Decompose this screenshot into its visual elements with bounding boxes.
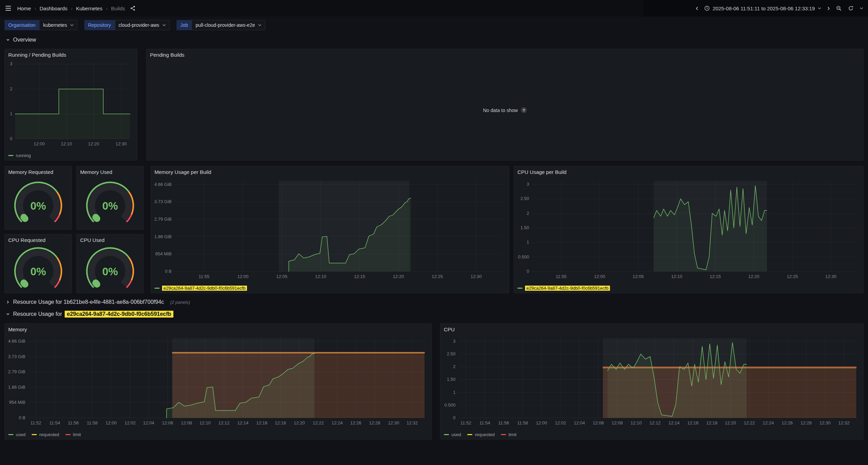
panel-memory: Memory 0 B954 MiB1.86 GiB2.79 GiB3.73 Gi… (4, 323, 432, 440)
chevron-right-icon: › (827, 4, 830, 12)
legend-series-color (517, 288, 523, 289)
refresh-button[interactable] (848, 5, 854, 11)
variable-value-dropdown[interactable]: pull-cloud-provider-aws-e2e (192, 20, 265, 30)
panel-title[interactable]: Memory Usage per Build (151, 166, 509, 177)
x-axis-label: 12:10 (200, 420, 211, 425)
y-axis-label: 0.500 (518, 254, 529, 259)
x-axis-label: 12:20 (748, 274, 760, 279)
y-axis-label: 3 (453, 339, 456, 344)
legend-item[interactable]: limit (65, 432, 81, 437)
y-axis-label: 3.73 GiB (154, 199, 172, 204)
row-toggle-resource-usage-e29ca264[interactable]: Resource Usage for e29ca264-9a87-4d2c-9d… (3, 310, 175, 318)
x-axis-label: 11:56 (68, 420, 79, 425)
legend-item[interactable]: running (8, 153, 31, 158)
chart-cpu-usage-per-build[interactable]: 00.50011.5022.50311:5512:0012:0512:1012:… (516, 178, 861, 280)
variable-value-dropdown[interactable]: cloud-provider-aws (115, 20, 170, 30)
chart-memory-usage-per-build[interactable]: 0 B954 MiB1.86 GiB2.79 GiB3.73 GiB4.66 G… (153, 178, 507, 280)
chart-canvas[interactable] (7, 61, 135, 147)
help-icon[interactable]: ? (521, 107, 527, 113)
chart-cpu[interactable]: 00.50011.5022.50311:5211:5411:5611:5812:… (442, 335, 861, 426)
legend: usedrequestedlimit (444, 432, 516, 437)
x-axis-label: 12:00 (34, 141, 45, 146)
legend-item[interactable]: used (444, 432, 461, 437)
gauge-arc: 0% (84, 179, 136, 226)
menu-toggle-button[interactable] (4, 4, 12, 12)
panel-title[interactable]: CPU Requested (5, 234, 72, 245)
breadcrumb-separator: › (71, 5, 73, 11)
legend-item[interactable]: e29ca264-9a87-4d2c-9db0-f0c6b591ecfb (517, 286, 610, 291)
variable-value: cloud-provider-aws (119, 22, 159, 28)
time-range-forward-button[interactable]: › (827, 4, 830, 12)
x-axis-label: 11:52 (30, 420, 41, 425)
x-axis-label: 12:12 (650, 420, 661, 425)
zoom-out-button[interactable] (836, 5, 842, 11)
share-dashboard-button[interactable] (130, 5, 136, 11)
breadcrumb-builds[interactable]: Builds (111, 5, 125, 11)
chart-running-pending[interactable]: 012312:0012:1012:2012:30 (7, 61, 135, 147)
panel-memory-used-gauge: Memory Used 0% (76, 166, 144, 230)
chart-canvas[interactable] (442, 335, 861, 426)
panel-title[interactable]: Pending Builds (147, 49, 863, 60)
y-axis-label: 1 (527, 240, 529, 245)
y-axis-label: 0 B (19, 415, 25, 420)
x-axis-label: 12:02 (125, 420, 136, 425)
variable-value: kubernetes (43, 22, 67, 28)
panel-title[interactable]: CPU Usage per Build (514, 166, 863, 177)
gauge-value: 0% (30, 200, 46, 212)
x-axis-label: 12:10 (671, 274, 683, 279)
y-axis-label: 1.50 (447, 377, 456, 382)
row-title-highlight: e29ca264-9a87-4d2c-9db0-f0c6b591ecfb (65, 311, 173, 318)
x-axis-label: 12:25 (432, 274, 443, 279)
legend-item[interactable]: used (8, 432, 25, 437)
panel-title[interactable]: Memory Requested (5, 166, 72, 177)
gauge-value: 0% (102, 200, 118, 212)
row-toggle-resource-usage-1b621be8[interactable]: Resource Usage for 1b621be8-e4fe-4881-ae… (3, 299, 192, 306)
panel-cpu: CPU 00.50011.5022.50311:5211:5411:5611:5… (440, 323, 864, 440)
panel-title[interactable]: CPU (440, 324, 863, 335)
chart-canvas[interactable] (516, 178, 861, 280)
gauge-arc: 0% (12, 179, 64, 226)
time-range-picker-button[interactable]: 2025-08-06 11:51:11 to 2025-08-06 12:33:… (704, 5, 821, 11)
panel-title[interactable]: Memory (5, 324, 431, 335)
panel-title[interactable]: Running / Pending Builds (5, 49, 137, 60)
x-axis-label: 12:10 (61, 141, 72, 146)
row-toggle-overview[interactable]: Overview (3, 36, 38, 43)
time-range-back-button[interactable]: ‹ (696, 4, 698, 12)
breadcrumb-dashboards[interactable]: Dashboards (40, 5, 67, 11)
x-axis-label: 12:32 (838, 420, 850, 425)
x-axis-label: 12:20 (88, 141, 99, 146)
y-axis-label: 3.73 GiB (8, 354, 25, 359)
legend-item[interactable]: requested (32, 432, 59, 437)
time-range-label: 2025-08-06 11:51:11 to 2025-08-06 12:33:… (712, 5, 815, 11)
panel-pending-builds: Pending Builds No data to show ? (146, 49, 864, 160)
chart-memory[interactable]: 0 B954 MiB1.86 GiB2.79 GiB3.73 GiB4.66 G… (7, 335, 429, 426)
x-axis-label: 11:58 (517, 420, 528, 425)
chart-canvas[interactable] (153, 178, 507, 280)
refresh-icon (848, 5, 854, 11)
refresh-interval-dropdown[interactable] (860, 7, 863, 9)
y-axis-label: 1 (453, 390, 456, 395)
breadcrumb: Home › Dashboards › Kubernetes › Builds (17, 5, 125, 11)
x-axis-label: 12:12 (218, 420, 230, 425)
legend-item[interactable]: limit (501, 432, 516, 437)
panel-title[interactable]: CPU Used (77, 234, 143, 245)
chart-canvas[interactable] (7, 335, 429, 426)
variable-label: Organisation (4, 20, 39, 30)
legend-item[interactable]: e29ca264-9a87-4d2c-9db0-f0c6b591ecfb (154, 286, 247, 291)
breadcrumb-kubernetes[interactable]: Kubernetes (76, 5, 103, 11)
breadcrumb-home[interactable]: Home (17, 5, 31, 11)
panel-memory-usage-per-build: Memory Usage per Build 0 B954 MiB1.86 Gi… (151, 166, 509, 293)
x-axis-label: 12:26 (782, 420, 793, 425)
x-axis-label: 12:15 (354, 274, 365, 279)
y-axis-label: 0 (527, 269, 529, 274)
panel-title[interactable]: Memory Used (77, 166, 143, 177)
variable-label: Job (176, 20, 192, 30)
legend-item[interactable]: requested (467, 432, 495, 437)
x-axis-label: 12:04 (574, 420, 585, 425)
chevron-down-icon (6, 312, 10, 317)
variable-value-dropdown[interactable]: kubernetes (39, 20, 77, 30)
chevron-down-icon (258, 24, 261, 26)
x-axis-label: 12:32 (407, 420, 418, 425)
y-axis-label: 2 (527, 211, 529, 216)
breadcrumb-separator: › (106, 5, 108, 11)
